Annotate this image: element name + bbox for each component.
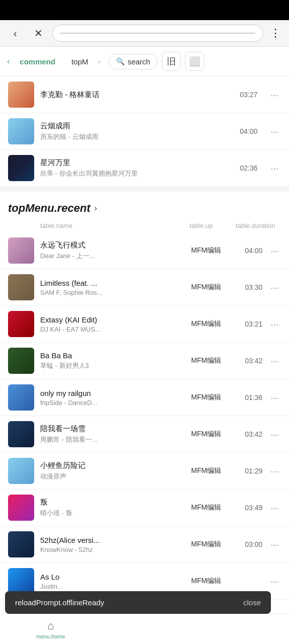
song-duration: 03:42 bbox=[237, 357, 262, 365]
song-more-button[interactable]: ··· bbox=[268, 539, 281, 550]
screen-icon-btn[interactable]: ⬜ bbox=[185, 52, 204, 71]
nav-spacer-1 bbox=[137, 622, 159, 637]
song-more-button[interactable]: ··· bbox=[268, 126, 281, 137]
song-artist: SAM F, Sophie Ros... bbox=[40, 289, 185, 296]
search-label: search bbox=[128, 57, 150, 66]
song-more-button[interactable]: ··· bbox=[268, 318, 281, 330]
song-duration: 04:00 bbox=[240, 127, 257, 135]
song-title: As Lo bbox=[40, 573, 185, 581]
tab-chevron-left[interactable]: ‹ bbox=[7, 57, 10, 66]
song-title: Limitless (feat. ... bbox=[40, 279, 185, 287]
song-artist: 周鹏宵 - 陪我看一... bbox=[40, 435, 185, 444]
song-duration: 03:42 bbox=[237, 430, 262, 438]
nav-tabs: ‹ commend topM › 🔍 search 旧 ⬜ bbox=[0, 47, 289, 76]
table-header: table.name table.up table.duration bbox=[0, 219, 289, 232]
offline-message: reloadPrompt.offlineReady bbox=[15, 598, 104, 607]
song-uploader: MFM编辑 bbox=[191, 503, 231, 512]
song-info: 永远飞行模式 Dear Jane - 上一... bbox=[40, 240, 185, 261]
song-thumbnail bbox=[8, 118, 34, 144]
tab-topmenu[interactable]: topM bbox=[65, 54, 94, 69]
home-nav-item[interactable]: ⌂ menu.home bbox=[36, 619, 65, 639]
recent-song-item[interactable]: only my railgun fripSide - DanceD... MFM… bbox=[0, 379, 289, 416]
url-bar[interactable] bbox=[52, 25, 263, 42]
bottom-nav: ⌂ menu.home bbox=[0, 614, 289, 644]
song-uploader: MFM编辑 bbox=[191, 319, 231, 329]
recent-song-item[interactable]: Ba Ba Ba 草蜢 - 新好男人3 MFM编辑 03:42 ··· bbox=[0, 343, 289, 379]
song-title: 永远飞行模式 bbox=[40, 240, 185, 250]
search-icon: 🔍 bbox=[116, 57, 125, 65]
song-more-button[interactable]: ··· bbox=[268, 392, 281, 404]
recent-song-item[interactable]: Extasy (KAI Edit) DJ KAI - EA7 MUS... MF… bbox=[0, 306, 289, 343]
song-more-button[interactable]: ··· bbox=[268, 163, 281, 174]
song-more-button[interactable]: ··· bbox=[268, 429, 281, 440]
nav-spacer-2 bbox=[231, 622, 253, 637]
song-item[interactable]: 云烟成雨 房东的猫 - 云烟成雨 04:00 ··· bbox=[0, 113, 289, 150]
more-icon: ⋮ bbox=[270, 27, 281, 40]
song-info: 星河万里 欣蒂 - 你会长出羽翼拥抱星河万里 bbox=[40, 158, 234, 178]
song-more-button[interactable]: ··· bbox=[268, 282, 281, 293]
song-uploader: MFM编辑 bbox=[191, 283, 231, 292]
song-info: 叛 晴小瑶 - 叛 bbox=[40, 498, 185, 518]
song-info: 云烟成雨 房东的猫 - 云烟成雨 bbox=[40, 121, 234, 141]
home-label: menu.home bbox=[36, 633, 65, 639]
song-more-button[interactable]: ··· bbox=[268, 576, 281, 587]
recent-song-item[interactable]: 叛 晴小瑶 - 叛 MFM编辑 03:49 ··· bbox=[0, 490, 289, 526]
browser-bar: ‹ ✕ ⋮ bbox=[0, 20, 289, 47]
song-item[interactable]: 星河万里 欣蒂 - 你会长出羽翼拥抱星河万里 02:36 ··· bbox=[0, 150, 289, 187]
song-more-button[interactable]: ··· bbox=[268, 245, 281, 257]
search-button[interactable]: 🔍 search bbox=[109, 54, 158, 69]
song-more-button[interactable]: ··· bbox=[268, 355, 281, 367]
song-uploader: MFM编辑 bbox=[191, 540, 231, 549]
url-text bbox=[60, 33, 255, 34]
recent-song-item[interactable]: 小鲤鱼历险记 动漫原声 MFM编辑 01:29 ··· bbox=[0, 453, 289, 490]
tab-chevron-right: › bbox=[99, 58, 101, 65]
song-info: 陪我看一场雪 周鹏宵 - 陪我看一... bbox=[40, 424, 185, 444]
song-artist: KnowKnow - 52hz bbox=[40, 546, 185, 553]
recent-section-header: topMenu.recent › bbox=[0, 192, 289, 219]
close-tab-button[interactable]: ✕ bbox=[29, 24, 47, 42]
song-more-button[interactable]: ··· bbox=[268, 502, 281, 514]
song-thumbnail bbox=[8, 421, 34, 447]
song-duration: 03:00 bbox=[237, 540, 262, 548]
history-icon-btn[interactable]: 旧 bbox=[162, 52, 181, 71]
song-thumbnail bbox=[8, 237, 34, 264]
history-icon: 旧 bbox=[167, 55, 176, 67]
recent-song-item[interactable]: 永远飞行模式 Dear Jane - 上一... MFM编辑 04:00 ··· bbox=[0, 232, 289, 269]
section-arrow-icon[interactable]: › bbox=[94, 204, 97, 213]
song-title: Extasy (KAI Edit) bbox=[40, 315, 185, 324]
song-duration: 03:27 bbox=[240, 91, 257, 99]
screen-icon: ⬜ bbox=[189, 56, 200, 67]
tab-commend[interactable]: commend bbox=[14, 54, 61, 69]
song-thumbnail bbox=[8, 82, 34, 108]
song-title: 小鲤鱼历险记 bbox=[40, 461, 185, 470]
song-duration: 03:30 bbox=[237, 283, 262, 291]
song-duration: 01:29 bbox=[237, 467, 262, 475]
recent-song-item[interactable]: Limitless (feat. ... SAM F, Sophie Ros..… bbox=[0, 269, 289, 306]
col-header-name: table.name bbox=[40, 222, 183, 229]
song-uploader: MFM编辑 bbox=[191, 430, 231, 439]
song-info: Ba Ba Ba 草蜢 - 新好男人3 bbox=[40, 351, 185, 370]
song-thumbnail bbox=[8, 274, 34, 300]
offline-close-button[interactable]: close bbox=[243, 598, 261, 607]
song-info: Limitless (feat. ... SAM F, Sophie Ros..… bbox=[40, 279, 185, 296]
song-title: 陪我看一场雪 bbox=[40, 424, 185, 434]
more-button[interactable]: ⋮ bbox=[268, 27, 283, 40]
recent-song-item[interactable]: 陪我看一场雪 周鹏宵 - 陪我看一... MFM编辑 03:42 ··· bbox=[0, 416, 289, 453]
song-thumbnail bbox=[8, 311, 34, 337]
song-item[interactable]: 李克勤 - 格林童话 03:27 ··· bbox=[0, 76, 289, 113]
song-title: 星河万里 bbox=[40, 158, 234, 168]
song-title: only my railgun bbox=[40, 389, 185, 397]
song-info: Extasy (KAI Edit) DJ KAI - EA7 MUS... bbox=[40, 315, 185, 333]
song-info: 52hz(Alice versi... KnowKnow - 52hz bbox=[40, 536, 185, 553]
song-more-button[interactable]: ··· bbox=[268, 465, 281, 477]
recent-song-item[interactable]: 52hz(Alice versi... KnowKnow - 52hz MFM编… bbox=[0, 526, 289, 563]
back-button[interactable]: ‹ bbox=[6, 24, 24, 42]
song-title: 叛 bbox=[40, 498, 185, 507]
song-more-button[interactable]: ··· bbox=[268, 89, 281, 101]
col-header-up: table.up bbox=[189, 222, 230, 229]
song-info: only my railgun fripSide - DanceD... bbox=[40, 389, 185, 407]
song-thumbnail bbox=[8, 568, 34, 594]
song-uploader: MFM编辑 bbox=[191, 356, 231, 365]
song-duration: 03:49 bbox=[237, 504, 262, 512]
section-separator bbox=[0, 187, 289, 192]
